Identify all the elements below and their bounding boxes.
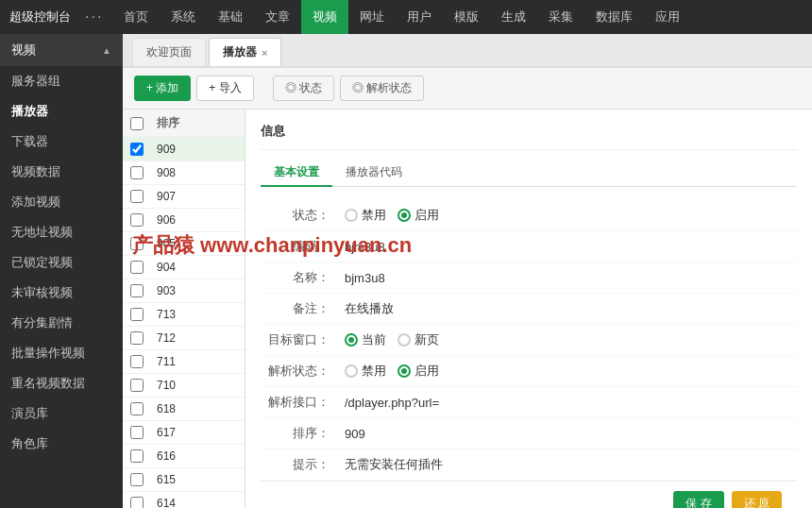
tab-播放器[interactable]: 播放器× bbox=[209, 38, 281, 66]
row-checkbox[interactable] bbox=[130, 497, 144, 508]
nav-item-模版[interactable]: 模版 bbox=[443, 0, 490, 34]
name-label: 名称： bbox=[261, 262, 337, 294]
hint-value: 无需安装任何插件 bbox=[345, 457, 443, 471]
parse-status-button[interactable]: ◎ 解析状态 bbox=[340, 76, 424, 101]
form-row-hint: 提示： 无需安装任何插件 bbox=[261, 449, 797, 481]
list-row[interactable]: 907 bbox=[123, 185, 245, 209]
sidebar-item-未审核视频[interactable]: 未审核视频 bbox=[0, 278, 123, 308]
nav-item-基础[interactable]: 基础 bbox=[207, 0, 254, 34]
row-checkbox[interactable] bbox=[130, 449, 144, 463]
sidebar-item-已锁定视频[interactable]: 已锁定视频 bbox=[0, 247, 123, 278]
row-id: 614 bbox=[157, 497, 237, 508]
form-row-parse-api: 解析接口： /dplayer.php?url= bbox=[261, 387, 797, 418]
sidebar-item-角色库[interactable]: 角色库 bbox=[0, 429, 123, 459]
row-checkbox[interactable] bbox=[130, 284, 144, 297]
form-row-status: 状态： 禁用 启用 bbox=[261, 200, 797, 231]
row-id: 710 bbox=[157, 379, 237, 392]
list-row[interactable]: 711 bbox=[123, 350, 245, 374]
target-new-option[interactable]: 新页 bbox=[398, 331, 439, 348]
nav-item-网址[interactable]: 网址 bbox=[348, 0, 396, 34]
list-row[interactable]: 905 bbox=[123, 232, 245, 256]
list-column-order: 排序 bbox=[157, 115, 237, 131]
status-button[interactable]: ◎ 状态 bbox=[273, 76, 334, 101]
row-id: 906 bbox=[157, 213, 237, 227]
list-row[interactable]: 904 bbox=[123, 256, 245, 279]
row-checkbox[interactable] bbox=[130, 355, 144, 368]
list-row[interactable]: 712 bbox=[123, 327, 245, 350]
sidebar-arrow-icon: ▲ bbox=[102, 45, 111, 56]
status-enabled-radio bbox=[398, 209, 411, 222]
target-current-option[interactable]: 当前 bbox=[345, 331, 386, 348]
inner-tab-基本设置[interactable]: 基本设置 bbox=[261, 160, 332, 187]
nav-item-生成[interactable]: 生成 bbox=[490, 0, 537, 34]
sidebar-item-演员库[interactable]: 演员库 bbox=[0, 398, 123, 429]
code-label: 编码： bbox=[261, 231, 337, 262]
row-checkbox[interactable] bbox=[130, 190, 144, 203]
status-disabled-label: 禁用 bbox=[362, 207, 386, 224]
list-row[interactable]: 713 bbox=[123, 303, 245, 327]
select-all-checkbox[interactable] bbox=[130, 117, 144, 130]
list-row[interactable]: 614 bbox=[123, 492, 245, 508]
target-new-radio bbox=[398, 333, 411, 347]
nav-item-首页[interactable]: 首页 bbox=[112, 0, 160, 34]
nav-item-视频[interactable]: 视频 bbox=[301, 0, 348, 34]
parse-disabled-option[interactable]: 禁用 bbox=[345, 363, 386, 380]
tab-欢迎页面[interactable]: 欢迎页面 bbox=[132, 38, 206, 66]
sidebar-item-播放器[interactable]: 播放器 bbox=[0, 96, 123, 127]
reset-button[interactable]: 还 原 bbox=[732, 491, 782, 508]
list-row[interactable]: 903 bbox=[123, 279, 245, 303]
sidebar-item-批量操作视频[interactable]: 批量操作视频 bbox=[0, 338, 123, 368]
row-checkbox[interactable] bbox=[130, 143, 144, 156]
parse-api-label: 解析接口： bbox=[261, 387, 337, 418]
row-checkbox[interactable] bbox=[130, 166, 144, 179]
sidebar-item-添加视频[interactable]: 添加视频 bbox=[0, 187, 123, 217]
nav-item-文章[interactable]: 文章 bbox=[254, 0, 301, 34]
sidebar-item-服务器组[interactable]: 服务器组 bbox=[0, 66, 123, 96]
parse-status-label: 解析状态： bbox=[261, 356, 337, 387]
main-layout: 视频 ▲ 服务器组播放器下载器视频数据添加视频无地址视频已锁定视频未审核视频有分… bbox=[0, 34, 812, 508]
list-row[interactable]: 906 bbox=[123, 209, 245, 232]
toolbar: + 添加 + 导入 ◎ 状态 ◎ 解析状态 bbox=[123, 68, 812, 110]
sidebar-item-视频数据[interactable]: 视频数据 bbox=[0, 157, 123, 187]
sidebar-item-下载器[interactable]: 下载器 bbox=[0, 127, 123, 157]
status-disabled-option[interactable]: 禁用 bbox=[345, 207, 386, 224]
tab-close-icon[interactable]: × bbox=[262, 47, 267, 59]
nav-item-应用[interactable]: 应用 bbox=[644, 0, 691, 34]
list-row[interactable]: 615 bbox=[123, 468, 245, 492]
content-area: 排序 9099089079069059049037137127117106186… bbox=[123, 110, 812, 508]
status-disabled-radio bbox=[345, 209, 358, 222]
save-button[interactable]: 保 存 bbox=[673, 491, 723, 508]
row-checkbox[interactable] bbox=[130, 261, 144, 274]
nav-item-用户[interactable]: 用户 bbox=[396, 0, 443, 34]
nav-item-系统[interactable]: 系统 bbox=[160, 0, 207, 34]
import-button[interactable]: + 导入 bbox=[196, 76, 253, 101]
nav-item-采集[interactable]: 采集 bbox=[537, 0, 584, 34]
row-checkbox[interactable] bbox=[130, 473, 144, 486]
row-checkbox[interactable] bbox=[130, 379, 144, 392]
order-label: 排序： bbox=[261, 418, 337, 449]
inner-tab-播放器代码[interactable]: 播放器代码 bbox=[332, 160, 415, 187]
add-button[interactable]: + 添加 bbox=[134, 76, 191, 101]
row-checkbox[interactable] bbox=[130, 426, 144, 439]
row-checkbox[interactable] bbox=[130, 402, 144, 415]
remark-value: 在线播放 bbox=[345, 301, 394, 315]
list-row[interactable]: 909 bbox=[123, 138, 245, 161]
parse-enabled-option[interactable]: 启用 bbox=[398, 363, 439, 380]
row-id: 616 bbox=[157, 449, 237, 463]
sidebar-item-重名视频数据[interactable]: 重名视频数据 bbox=[0, 368, 123, 398]
row-checkbox[interactable] bbox=[130, 237, 144, 250]
list-row[interactable]: 908 bbox=[123, 161, 245, 185]
parse-enabled-radio bbox=[398, 364, 411, 378]
status-enabled-option[interactable]: 启用 bbox=[398, 207, 439, 224]
sidebar-item-无地址视频[interactable]: 无地址视频 bbox=[0, 217, 123, 247]
list-row[interactable]: 617 bbox=[123, 421, 245, 445]
row-checkbox[interactable] bbox=[130, 331, 144, 345]
list-row[interactable]: 710 bbox=[123, 374, 245, 398]
sidebar-item-有分集剧情[interactable]: 有分集剧情 bbox=[0, 308, 123, 338]
list-row[interactable]: 618 bbox=[123, 398, 245, 421]
nav-item-数据库[interactable]: 数据库 bbox=[584, 0, 644, 34]
list-row[interactable]: 616 bbox=[123, 445, 245, 468]
nav-items: 首页系统基础文章视频网址用户模版生成采集数据库应用 bbox=[112, 0, 691, 34]
row-checkbox[interactable] bbox=[130, 213, 144, 227]
row-checkbox[interactable] bbox=[130, 308, 144, 321]
